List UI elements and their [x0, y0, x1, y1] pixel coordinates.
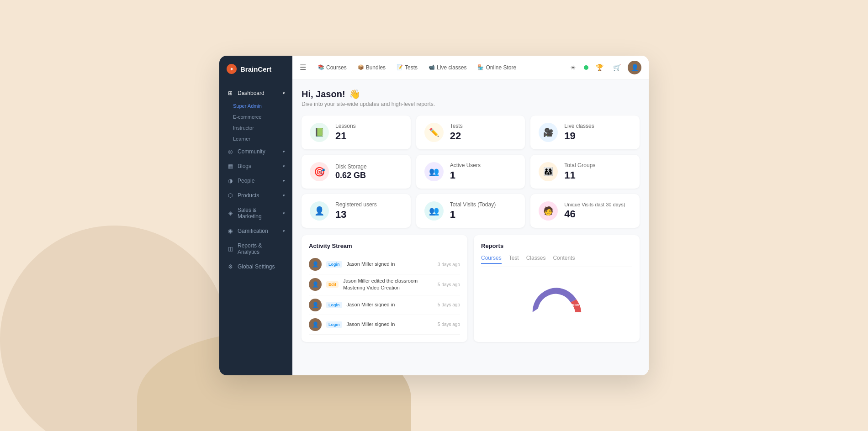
activity-text: Jason Miller edited the classroom Master… — [343, 278, 433, 292]
activity-badge-login: Login — [326, 321, 342, 328]
activity-item: 👤 Edit Jason Miller edited the classroom… — [309, 274, 460, 295]
activity-avatar: 👤 — [309, 299, 322, 311]
sidebar-item-label: Reports & Analytics — [238, 242, 285, 255]
greeting-title: Hi, Jason! 👋 — [302, 89, 640, 100]
sidebar-item-dashboard[interactable]: ⊞ Dashboard ▾ — [219, 86, 292, 100]
activity-text: Jason Miller signed in — [347, 261, 434, 268]
stat-card-uniquevisits: 🧑 Unique Visits (last 30 days) 46 — [530, 194, 640, 228]
store-nav-icon: 🏪 — [477, 64, 484, 70]
nav-link-liveclasses[interactable]: 📹 Live classes — [424, 62, 471, 74]
stat-info-uniquevisits: Unique Visits (last 30 days) 46 — [564, 202, 631, 220]
activity-time: 5 days ago — [438, 282, 460, 287]
trophy-icon[interactable]: 🏆 — [593, 61, 606, 74]
nav-link-store[interactable]: 🏪 Online Store — [473, 62, 521, 74]
sidebar-nav: ⊞ Dashboard ▾ Super Admin E-commerce Ins… — [219, 82, 292, 375]
app-container: ✦ BrainCert ⊞ Dashboard ▾ Super Admin E-… — [219, 56, 649, 375]
hamburger-button[interactable]: ☰ — [300, 61, 310, 74]
main-area: ☰ 📚 Courses 📦 Bundles 📝 Tests 📹 Live cla… — [292, 56, 649, 375]
activity-stream-title: Activity Stream — [309, 242, 460, 249]
sidebar-item-people[interactable]: ◑ People ▾ — [219, 173, 292, 188]
activity-badge-login: Login — [326, 302, 342, 308]
stat-label-liveclasses: Live classes — [564, 123, 631, 129]
stat-card-activeusers: 👥 Active Users 1 — [416, 155, 525, 189]
sub-nav-learner[interactable]: Learner — [233, 133, 292, 144]
stat-card-registered: 👤 Registered users 13 — [302, 194, 411, 228]
content-area: Hi, Jason! 👋 Dive into your site-wide up… — [292, 79, 649, 375]
top-nav: ☰ 📚 Courses 📦 Bundles 📝 Tests 📹 Live cla… — [292, 56, 649, 79]
tab-contents[interactable]: Contents — [553, 255, 575, 264]
chart-label-red: 29.6% — [572, 304, 580, 306]
stat-value-liveclasses: 19 — [564, 130, 631, 142]
stat-value-disk: 0.62 GB — [335, 171, 402, 180]
activity-stream-card: Activity Stream 👤 Login Jason Miller sig… — [302, 235, 467, 342]
activity-time: 3 days ago — [438, 262, 460, 267]
page-wrapper: ✦ BrainCert ⊞ Dashboard ▾ Super Admin E-… — [0, 0, 868, 431]
online-status-dot — [584, 65, 588, 70]
sidebar-item-label: Dashboard — [238, 90, 279, 96]
groups-icon-wrap: 👨‍👩‍👧 — [539, 162, 558, 181]
top-nav-right: ☀ 🏆 🛒 👤 — [566, 61, 641, 74]
sidebar-item-label: People — [238, 178, 279, 184]
settings-icon: ⚙ — [227, 263, 234, 270]
chevron-down-icon: ▾ — [283, 91, 285, 95]
sub-nav-super-admin[interactable]: Super Admin — [233, 100, 292, 111]
people-icon: ◑ — [227, 178, 234, 184]
totalvisits-icon-wrap: 👥 — [424, 201, 444, 221]
nav-link-courses[interactable]: 📚 Courses — [313, 62, 351, 74]
nav-link-label: Online Store — [486, 64, 516, 71]
stat-label-uniquevisits: Unique Visits (last 30 days) — [564, 202, 631, 207]
wave-emoji: 👋 — [349, 89, 360, 100]
sidebar-item-reports[interactable]: ◫ Reports & Analytics — [219, 238, 292, 259]
reports-tabs: Courses Test Classes Contents — [481, 255, 632, 267]
chart-wrap: 71.1% 29.6% — [481, 273, 632, 327]
tab-test[interactable]: Test — [509, 255, 519, 264]
stat-label-disk: Disk Storage — [335, 163, 402, 170]
sidebar-item-community[interactable]: ◎ Community ▾ — [219, 144, 292, 159]
user-avatar[interactable]: 👤 — [628, 61, 641, 74]
stat-value-registered: 13 — [335, 209, 402, 221]
activity-avatar: 👤 — [309, 278, 322, 291]
greeting-section: Hi, Jason! 👋 Dive into your site-wide up… — [302, 89, 640, 107]
cart-icon[interactable]: 🛒 — [610, 61, 623, 74]
dashboard-icon: ⊞ — [227, 90, 234, 96]
nav-link-tests[interactable]: 📝 Tests — [392, 62, 422, 74]
sidebar-item-products[interactable]: ⬡ Products ▾ — [219, 188, 292, 203]
disk-icon-wrap: 🎯 — [310, 162, 329, 181]
stat-label-totalvisits: Total Visits (Today) — [450, 201, 517, 208]
blogs-icon: ▦ — [227, 163, 234, 169]
sidebar-item-blogs[interactable]: ▦ Blogs ▾ — [219, 159, 292, 173]
community-icon: ◎ — [227, 148, 234, 155]
chevron-down-icon: ▾ — [283, 193, 285, 198]
activity-badge-login: Login — [326, 261, 342, 268]
sidebar-item-gamification[interactable]: ◉ Gamification ▾ — [219, 224, 292, 238]
donut-chart: 71.1% 29.6% — [525, 282, 589, 318]
tab-classes[interactable]: Classes — [526, 255, 546, 264]
stat-value-totalvisits: 1 — [450, 209, 517, 221]
sidebar: ✦ BrainCert ⊞ Dashboard ▾ Super Admin E-… — [219, 56, 292, 375]
sidebar-item-label: Blogs — [238, 163, 279, 169]
stat-info-totalvisits: Total Visits (Today) 1 — [450, 201, 517, 221]
sidebar-item-label: Gamification — [238, 228, 279, 234]
tests-icon-wrap: ✏️ — [424, 123, 444, 142]
stat-card-lessons: 📗 Lessons 21 — [302, 116, 411, 149]
sidebar-item-label: Sales & Marketing — [238, 207, 279, 220]
nav-link-label: Courses — [326, 64, 347, 71]
sub-nav-ecommerce[interactable]: E-commerce — [233, 111, 292, 122]
logo[interactable]: ✦ BrainCert — [219, 56, 292, 82]
activity-avatar: 👤 — [309, 318, 322, 331]
sidebar-item-settings[interactable]: ⚙ Global Settings — [219, 259, 292, 274]
sidebar-item-sales[interactable]: ◈ Sales & Marketing ▾ — [219, 203, 292, 224]
nav-link-bundles[interactable]: 📦 Bundles — [353, 62, 390, 74]
stat-label-lessons: Lessons — [335, 123, 402, 129]
sub-nav-instructor[interactable]: Instructor — [233, 122, 292, 133]
nav-link-label: Live classes — [437, 64, 466, 71]
activity-item: 👤 Login Jason Miller signed in 5 days ag… — [309, 295, 460, 315]
stat-value-uniquevisits: 46 — [564, 208, 631, 220]
activity-time: 5 days ago — [438, 322, 460, 327]
sun-icon[interactable]: ☀ — [566, 61, 579, 74]
logo-text: BrainCert — [240, 65, 271, 73]
tab-courses[interactable]: Courses — [481, 255, 502, 264]
uniquevisits-icon-wrap: 🧑 — [539, 201, 558, 221]
chevron-down-icon: ▾ — [283, 229, 285, 233]
stat-value-lessons: 21 — [335, 130, 402, 142]
